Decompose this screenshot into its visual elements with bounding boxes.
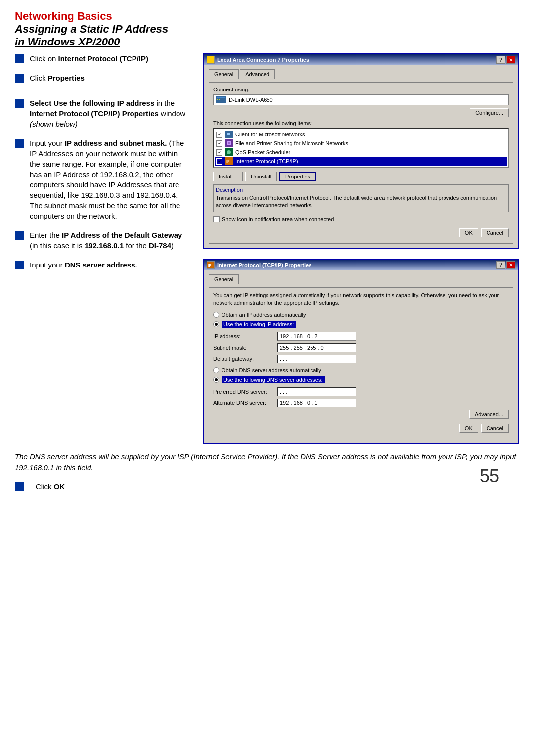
items-label: This connection uses the following items…	[213, 120, 509, 126]
help-button[interactable]: ?	[496, 56, 505, 64]
show-icon-row: Show icon in notification area when conn…	[213, 216, 509, 222]
device-name: D-Link DWL-A650	[229, 97, 273, 103]
radio-auto-dns[interactable]	[213, 367, 219, 373]
footer-italic-text: The DNS server address will be supplied …	[15, 451, 519, 474]
configure-button[interactable]: Configure...	[470, 108, 509, 117]
item-qos-label: QoS Packet Scheduler	[235, 149, 290, 155]
svg-rect-0	[208, 57, 210, 59]
close-button[interactable]: ✕	[506, 261, 515, 269]
advanced-button[interactable]: Advanced...	[469, 410, 509, 419]
subnet-row: Subnet mask: 255 . 255 . 255 . 0	[213, 343, 509, 352]
dialog2-ok-button[interactable]: OK	[459, 424, 478, 433]
close-button[interactable]: ✕	[506, 56, 515, 64]
radio-manual-ip-label: Use the following IP address:	[222, 321, 296, 328]
bottom-section: The DNS server address will be supplied …	[15, 451, 519, 491]
dialog2-panel: You can get IP settings assigned automat…	[209, 287, 513, 439]
tcpip-properties-dialog: IP Internet Protocol (TCP/IP) Properties…	[203, 259, 519, 444]
tcpip-icon: IP	[225, 157, 233, 165]
gateway-field[interactable]: . . .	[277, 355, 356, 363]
items-listbox: ✓ Client for Microsoft Networks ✓ File	[213, 128, 509, 168]
dialog2-cancel-button[interactable]: Cancel	[481, 424, 509, 433]
radio-auto-ip-label: Obtain an IP address automatically	[222, 312, 306, 318]
dns-group: Obtain DNS server address automatically …	[213, 367, 509, 407]
svg-point-7	[219, 99, 220, 100]
subtitle-line2-underline: in Windows XP/2000	[15, 36, 120, 48]
device-row: D-Link DWL-A650	[213, 94, 509, 105]
list-item: Select Use the following IP address in t…	[15, 98, 188, 129]
step5-text: Enter the IP Address of the Default Gate…	[30, 230, 188, 251]
tab-advanced[interactable]: Advanced	[240, 69, 275, 79]
tab-general[interactable]: General	[209, 69, 239, 79]
subnet-field[interactable]: 255 . 255 . 255 . 0	[277, 343, 356, 352]
bullet-icon	[15, 74, 24, 83]
ip-address-row: IP address: 192 . 168 . 0 . 2	[213, 332, 509, 341]
dialog1-ok-button[interactable]: OK	[459, 228, 478, 237]
dialog1-title-text: Local Area Connection 7 Properties	[217, 57, 309, 63]
list-item: Enter the IP Address of the Default Gate…	[15, 230, 188, 251]
ip-address-field[interactable]: 192 . 168 . 0 . 2	[277, 332, 356, 341]
svg-point-16	[227, 150, 231, 154]
preferred-dns-value: . . .	[280, 389, 287, 395]
svg-point-6	[217, 99, 218, 100]
checkbox-qos[interactable]: ✓	[216, 149, 222, 156]
step1-text: Click on Internet Protocol (TCP/IP)	[30, 53, 148, 64]
alternate-dns-label: Alternate DNS server:	[213, 400, 277, 406]
gateway-row: Default gateway: . . .	[213, 355, 509, 363]
bullet-icon	[15, 482, 24, 491]
ip-address-value: 192 . 168 . 0 . 2	[280, 333, 317, 339]
radio-auto-ip[interactable]	[213, 312, 219, 318]
svg-text:IP: IP	[208, 263, 212, 267]
local-area-connection-dialog: Local Area Connection 7 Properties ? ✕ G…	[203, 53, 519, 249]
install-button[interactable]: Install...	[213, 172, 243, 181]
radio-manual-dns[interactable]	[213, 377, 219, 383]
checkbox-tcpip[interactable]: ✓	[216, 158, 222, 165]
dialog1-title-controls: ? ✕	[496, 56, 515, 64]
properties-button[interactable]: Properties	[279, 172, 316, 181]
dialog1-cancel-button[interactable]: Cancel	[481, 228, 509, 237]
bullet-icon	[15, 261, 24, 269]
list-item: Click on Internet Protocol (TCP/IP)	[15, 53, 188, 64]
alternate-dns-row: Alternate DNS server: 192 . 168 . 0 . 1	[213, 399, 509, 407]
description-label: Description	[216, 187, 506, 193]
preferred-dns-field[interactable]: . . .	[277, 387, 356, 396]
dialog2-title-icon: IP	[207, 261, 215, 269]
bullet-icon	[15, 139, 24, 148]
ip-address-label: IP address:	[213, 333, 277, 339]
bullet-icon	[15, 54, 24, 63]
svg-text:IP: IP	[226, 160, 230, 163]
device-icon	[216, 96, 226, 103]
advanced-btn-row: Advanced...	[213, 410, 509, 419]
list-item: ✓ File and Printer Sharing for Microsoft…	[215, 139, 507, 148]
dialog1-title-bar: Local Area Connection 7 Properties ? ✕	[204, 54, 518, 65]
svg-rect-3	[211, 60, 214, 63]
subtitle-line2: in Windows XP/2000	[15, 36, 120, 48]
preferred-dns-row: Preferred DNS server: . . .	[213, 387, 509, 396]
step3-text: Select Use the following IP address in t…	[30, 98, 188, 129]
description-group: Description Transmission Control Protoco…	[213, 184, 509, 212]
list-item: Input your DNS server address.	[15, 260, 188, 270]
list-item: ✓ QoS Packet Scheduler	[215, 148, 507, 157]
tab-general2[interactable]: General	[209, 274, 239, 284]
help-button[interactable]: ?	[496, 261, 505, 269]
alternate-dns-field[interactable]: 192 . 168 . 0 . 1	[277, 399, 356, 407]
item-tcpip-label: Internet Protocol (TCP/IP)	[235, 158, 298, 164]
checkbox-client[interactable]: ✓	[216, 132, 222, 138]
click-ok-row: Click OK	[15, 481, 519, 491]
dialog2-tab-strip: General	[209, 274, 513, 284]
radio-manual-ip[interactable]	[213, 321, 219, 327]
dialog2-title-text: Internet Protocol (TCP/IP) Properties	[217, 262, 312, 268]
radio-auto-dns-row: Obtain DNS server address automatically	[213, 367, 509, 373]
qos-icon	[225, 148, 233, 156]
subtitle: Assigning a Static IP Address in Windows…	[15, 23, 519, 48]
uninstall-button[interactable]: Uninstall	[245, 172, 277, 181]
file-icon	[225, 139, 233, 147]
checkbox-file[interactable]: ✓	[216, 140, 222, 147]
dialog2-ok-cancel-row: OK Cancel	[213, 422, 509, 435]
dialog1-ok-cancel-row: OK Cancel	[213, 226, 509, 239]
connect-using-label: Connect using:	[213, 87, 509, 92]
item-file-label: File and Printer Sharing for Microsoft N…	[235, 140, 348, 146]
show-icon-checkbox[interactable]	[213, 216, 220, 222]
list-item: Input your IP address and subnet mask. (…	[15, 138, 188, 221]
dialog2-title-bar: IP Internet Protocol (TCP/IP) Properties…	[204, 260, 518, 270]
dialog2-title-left: IP Internet Protocol (TCP/IP) Properties	[207, 261, 312, 269]
